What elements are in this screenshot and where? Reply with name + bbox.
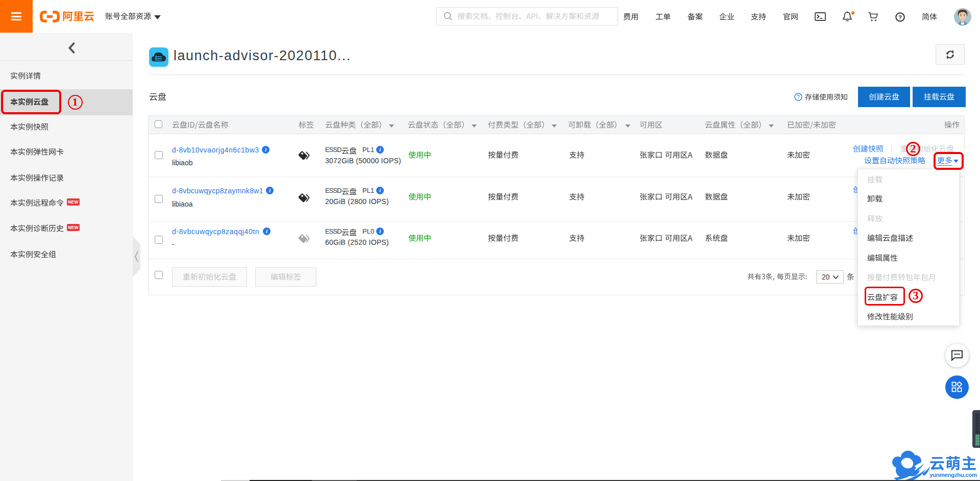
svg-text:?: ? <box>797 94 800 100</box>
svg-text:?: ? <box>898 14 902 20</box>
